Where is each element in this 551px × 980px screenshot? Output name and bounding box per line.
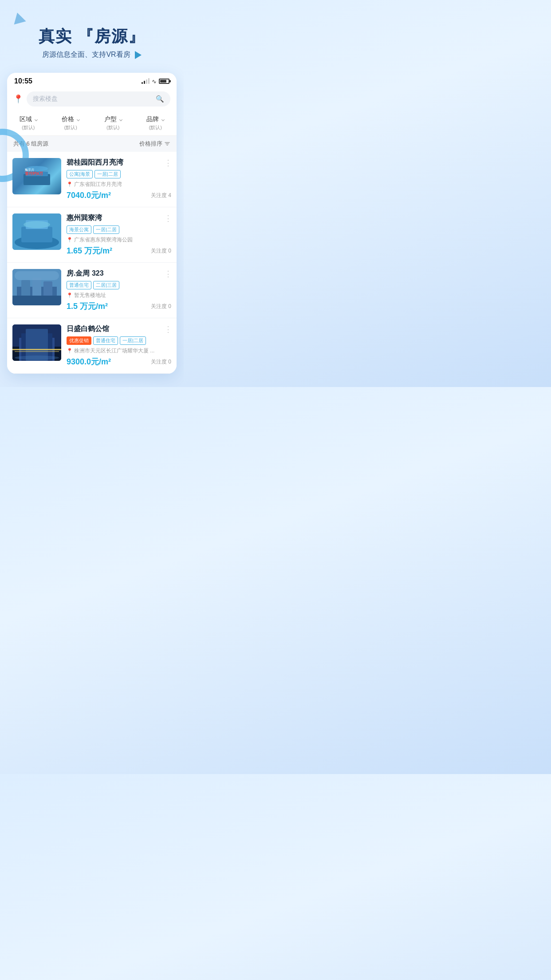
search-bar[interactable]: 📍 搜索楼盘 🔍 [7, 88, 177, 111]
listing-title: 惠州巽寮湾 [67, 213, 171, 223]
listing-title: 日盛白鹤公馆 [67, 324, 171, 334]
filter-item-brand[interactable]: 品牌 (默认) [134, 111, 177, 135]
price: 1.5 万元/m² [67, 301, 108, 312]
tags-row: 优惠促销 普通住宅 一居|二居 [67, 336, 171, 345]
location-pin-icon: 📍 [67, 348, 73, 354]
listing-card[interactable]: 海景房 首付约9万 碧桂园阳西月亮湾 公寓|海景 一居|二居 📍 广东省阳江市月… [7, 152, 177, 207]
search-placeholder: 搜索楼盘 [33, 95, 58, 103]
location-text: 广东省阳江市月亮湾 [74, 181, 122, 188]
svg-text:首付约9万: 首付约9万 [25, 171, 43, 176]
svg-point-24 [15, 356, 59, 360]
more-button[interactable]: ⋮ [164, 269, 172, 279]
tag: 公寓|海景 [67, 170, 93, 178]
attention: 关注度 0 [151, 303, 171, 310]
svg-rect-16 [15, 271, 59, 280]
location-icon: 📍 [13, 94, 23, 104]
tag: 普通住宅 [93, 336, 118, 345]
listing-info-4: 日盛白鹤公馆 优惠促销 普通住宅 一居|二居 📍 株洲市天元区长江广场耀华大厦 … [67, 324, 171, 367]
price: 7040.0元/m² [67, 190, 111, 201]
listing-card[interactable]: 惠州巽寮湾 海景公寓 一居|二居 📍 广东省惠东巽寮湾海公园 1.65 万元/m… [7, 207, 177, 263]
tag: 一居|二居 [94, 170, 121, 178]
hero-title: 真实 『房源』 [9, 27, 175, 46]
sort-label[interactable]: 价格排序 [139, 140, 170, 148]
tags-row: 海景公寓 一居|二居 [67, 225, 171, 234]
listing-info-2: 惠州巽寮湾 海景公寓 一居|二居 📍 广东省惠东巽寮湾海公园 1.65 万元/m… [67, 213, 171, 256]
tag: 一居|二居 [120, 336, 146, 345]
listing-image-4 [12, 324, 61, 361]
location-pin-icon: 📍 [67, 182, 73, 187]
status-icons: ∿ [142, 78, 169, 85]
search-icon: 🔍 [156, 95, 164, 103]
price: 1.65 万元/m² [67, 245, 112, 256]
search-input[interactable]: 搜索楼盘 🔍 [27, 91, 170, 107]
listing-card[interactable]: 日盛白鹤公馆 优惠促销 普通住宅 一居|二居 📍 株洲市天元区长江广场耀华大厦 … [7, 318, 177, 374]
attention: 关注度 4 [151, 192, 171, 199]
more-button[interactable]: ⋮ [164, 324, 172, 334]
location-text: 株洲市天元区长江广场耀华大厦 ... [74, 347, 154, 355]
listing-title: 碧桂园阳西月亮湾 [67, 158, 171, 167]
location-row: 📍 株洲市天元区长江广场耀华大厦 ... [67, 347, 171, 355]
chevron-icon [119, 118, 122, 121]
more-button[interactable]: ⋮ [164, 213, 172, 223]
location-text: 广东省惠东巽寮湾海公园 [74, 236, 133, 244]
svg-point-4 [26, 166, 48, 171]
filter-item-type[interactable]: 户型 (默认) [92, 111, 134, 135]
price: 9300.0元/m² [67, 356, 111, 367]
listing-image-2 [12, 213, 61, 250]
price-row: 1.65 万元/m² 关注度 0 [67, 245, 171, 256]
filter-item-price[interactable]: 价格 (默认) [50, 111, 92, 135]
chevron-icon [161, 118, 165, 121]
tags-row: 公寓|海景 一居|二居 [67, 170, 171, 178]
price-row: 1.5 万元/m² 关注度 0 [67, 301, 171, 312]
location-row: 📍 广东省阳江市月亮湾 [67, 181, 171, 188]
svg-rect-22 [12, 349, 61, 350]
play-icon [135, 51, 142, 59]
svg-point-9 [24, 221, 50, 228]
tag: 海景公寓 [67, 225, 91, 234]
location-pin-icon: 📍 [67, 237, 73, 243]
svg-rect-15 [12, 296, 61, 305]
more-button[interactable]: ⋮ [164, 158, 172, 168]
attention: 关注度 0 [151, 247, 171, 255]
listings-container: 海景房 首付约9万 碧桂园阳西月亮湾 公寓|海景 一居|二居 📍 广东省阳江市月… [7, 152, 177, 374]
listing-title: 房.金周 323 [67, 269, 171, 278]
chevron-icon [77, 118, 80, 121]
hero-section: 真实 『房源』 房源信息全面、支持VR看房 [0, 0, 184, 73]
promo-tag: 优惠促销 [67, 336, 91, 345]
signal-icon [142, 79, 150, 84]
listing-card[interactable]: 房.金周 323 普通住宅 二居|三居 📍 暂无售楼地址 1.5 万元/m² 关… [7, 263, 177, 318]
listing-image-1: 海景房 首付约9万 [12, 158, 61, 194]
attention: 关注度 0 [151, 358, 171, 366]
tag: 普通住宅 [67, 281, 91, 289]
tag: 一居|二居 [93, 225, 119, 234]
svg-rect-23 [15, 351, 59, 352]
status-bar: 10:55 ∿ [7, 73, 177, 88]
price-row: 7040.0元/m² 关注度 4 [67, 190, 171, 201]
price-row: 9300.0元/m² 关注度 0 [67, 356, 171, 367]
tags-row: 普通住宅 二居|三居 [67, 281, 171, 289]
listing-image-3 [12, 269, 61, 305]
phone-mockup: 10:55 ∿ 📍 搜索楼盘 🔍 区域 (默认) 价格 [7, 73, 177, 374]
svg-rect-7 [21, 227, 52, 242]
filter-bar: 区域 (默认) 价格 (默认) 户型 (默认) 品牌 (默认) [7, 111, 177, 136]
tag: 二居|三居 [93, 281, 119, 289]
location-pin-icon: 📍 [67, 292, 73, 298]
listing-info-3: 房.金周 323 普通住宅 二居|三居 📍 暂无售楼地址 1.5 万元/m² 关… [67, 269, 171, 312]
results-bar: 共有 6 组房源 价格排序 [7, 136, 177, 152]
status-time: 10:55 [14, 77, 32, 85]
wifi-icon: ∿ [152, 78, 157, 85]
hero-subtitle: 房源信息全面、支持VR看房 [9, 50, 175, 59]
listing-info-1: 碧桂园阳西月亮湾 公寓|海景 一居|二居 📍 广东省阳江市月亮湾 7040.0元… [67, 158, 171, 201]
sort-icon [164, 141, 170, 147]
location-text: 暂无售楼地址 [74, 292, 106, 299]
battery-icon [159, 79, 169, 84]
location-row: 📍 暂无售楼地址 [67, 292, 171, 299]
chevron-icon [35, 118, 38, 121]
location-row: 📍 广东省惠东巽寮湾海公园 [67, 236, 171, 244]
